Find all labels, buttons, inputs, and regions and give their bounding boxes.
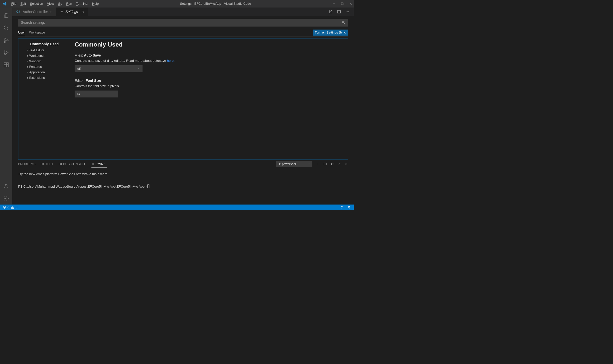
settings-sync-button[interactable]: Turn on Settings Sync bbox=[313, 30, 348, 36]
toc-window[interactable]: ›Window bbox=[27, 59, 73, 64]
panel-tab-output[interactable]: OUTPUT bbox=[41, 161, 54, 168]
menu-terminal[interactable]: Terminal bbox=[76, 2, 88, 6]
svg-point-1 bbox=[4, 26, 7, 29]
toc-features[interactable]: ›Features bbox=[27, 64, 73, 70]
panel-tabs: PROBLEMS OUTPUT DEBUG CONSOLE TERMINAL 1… bbox=[18, 160, 348, 168]
setting-label: Files: Auto Save bbox=[75, 53, 343, 57]
svg-rect-8 bbox=[6, 65, 8, 67]
new-terminal-icon[interactable] bbox=[316, 162, 320, 166]
tab-label: Settings bbox=[66, 10, 78, 14]
error-icon bbox=[3, 206, 6, 209]
toc-workbench[interactable]: ›Workbench bbox=[27, 53, 73, 59]
editor-tabs: C# AuthorController.cs Settings ✕ bbox=[12, 8, 354, 16]
status-problems[interactable]: 0 0 bbox=[3, 205, 18, 209]
chevron-right-icon: › bbox=[27, 54, 28, 58]
svg-point-10 bbox=[5, 184, 7, 186]
terminal-body[interactable]: Try the new cross-platform PowerShell ht… bbox=[18, 168, 348, 190]
split-editor-icon[interactable] bbox=[337, 10, 341, 14]
window-title: Settings - EFCore5InMvcApp - Visual Stud… bbox=[99, 2, 332, 6]
activity-settings-gear[interactable] bbox=[0, 192, 12, 205]
menu-selection[interactable]: Selection bbox=[30, 2, 43, 6]
svg-rect-7 bbox=[4, 65, 6, 67]
tab-settings[interactable]: Settings ✕ bbox=[56, 8, 88, 16]
svg-point-4 bbox=[7, 40, 8, 41]
open-settings-json-icon[interactable] bbox=[329, 10, 333, 14]
scope-user-tab[interactable]: User bbox=[18, 29, 25, 36]
settings-editor: User Workspace Turn on Settings Sync Com… bbox=[12, 16, 354, 160]
close-icon[interactable] bbox=[349, 2, 352, 5]
panel-tab-debug-console[interactable]: DEBUG CONSOLE bbox=[59, 161, 86, 168]
svg-rect-9 bbox=[6, 63, 8, 65]
chevron-down-icon bbox=[308, 163, 310, 165]
svg-point-2 bbox=[4, 38, 5, 39]
font-size-input[interactable] bbox=[75, 91, 118, 98]
panel-tab-problems[interactable]: PROBLEMS bbox=[18, 161, 36, 168]
chevron-right-icon: › bbox=[27, 65, 28, 69]
menu-bar: File Edit Selection View Go Run Terminal… bbox=[11, 2, 99, 6]
activity-bar bbox=[0, 8, 12, 205]
maximize-icon[interactable] bbox=[341, 3, 343, 5]
activity-source-control[interactable] bbox=[0, 34, 12, 46]
chevron-right-icon: › bbox=[27, 76, 28, 80]
svg-point-18 bbox=[342, 206, 343, 207]
chevron-right-icon: › bbox=[27, 49, 28, 52]
bottom-panel: PROBLEMS OUTPUT DEBUG CONSOLE TERMINAL 1… bbox=[12, 160, 354, 205]
svg-point-11 bbox=[6, 198, 7, 199]
settings-tab-icon bbox=[60, 10, 63, 14]
chevron-up-icon[interactable] bbox=[338, 162, 341, 166]
svg-point-3 bbox=[4, 41, 5, 43]
select-value: off bbox=[77, 67, 81, 71]
auto-save-select[interactable]: off bbox=[75, 65, 142, 72]
setting-description: Controls auto save of dirty editors. Rea… bbox=[75, 59, 343, 63]
scope-workspace-tab[interactable]: Workspace bbox=[29, 29, 45, 36]
settings-search-row bbox=[18, 19, 348, 27]
tab-label: AuthorController.cs bbox=[23, 10, 52, 14]
filter-icon[interactable] bbox=[341, 21, 345, 25]
warning-icon bbox=[11, 206, 14, 209]
more-actions-icon[interactable] bbox=[345, 10, 349, 14]
svg-point-15 bbox=[348, 12, 349, 12]
bell-icon[interactable] bbox=[347, 206, 351, 209]
close-panel-icon[interactable] bbox=[345, 162, 348, 166]
title-bar: File Edit Selection View Go Run Terminal… bbox=[0, 0, 354, 8]
tab-author-controller[interactable]: C# AuthorController.cs bbox=[12, 8, 56, 16]
svg-point-13 bbox=[346, 12, 347, 12]
svg-point-14 bbox=[347, 12, 348, 12]
close-tab-icon[interactable]: ✕ bbox=[81, 10, 84, 14]
cursor bbox=[147, 185, 149, 188]
activity-run-debug[interactable] bbox=[0, 46, 12, 59]
menu-go[interactable]: Go bbox=[58, 2, 62, 6]
menu-view[interactable]: View bbox=[47, 2, 54, 6]
feedback-icon[interactable] bbox=[340, 206, 344, 209]
menu-run[interactable]: Run bbox=[66, 2, 72, 6]
svg-rect-0 bbox=[341, 3, 343, 5]
toc-heading[interactable]: Commonly Used bbox=[30, 42, 73, 46]
panel-tab-terminal[interactable]: TERMINAL bbox=[91, 160, 107, 167]
toc-extensions[interactable]: ›Extensions bbox=[27, 75, 73, 81]
svg-rect-6 bbox=[4, 63, 6, 65]
menu-file[interactable]: File bbox=[11, 2, 16, 6]
chevron-right-icon: › bbox=[27, 60, 28, 63]
split-terminal-icon[interactable] bbox=[323, 162, 327, 166]
setting-label: Editor: Font Size bbox=[75, 79, 343, 83]
activity-explorer[interactable] bbox=[0, 10, 12, 22]
setting-font-size: Editor: Font Size Controls the font size… bbox=[75, 79, 343, 98]
menu-help[interactable]: Help bbox=[92, 2, 99, 6]
menu-edit[interactable]: Edit bbox=[21, 2, 26, 6]
terminal-selector[interactable]: 1: powershell bbox=[276, 161, 312, 167]
settings-search-input[interactable] bbox=[21, 21, 341, 25]
activity-extensions[interactable] bbox=[0, 59, 12, 71]
vscode-logo-icon bbox=[3, 2, 7, 6]
setting-description: Controls the font size in pixels. bbox=[75, 84, 343, 88]
activity-search[interactable] bbox=[0, 22, 12, 34]
autosave-link[interactable]: here bbox=[167, 59, 174, 63]
toc-application[interactable]: ›Application bbox=[27, 70, 73, 75]
kill-terminal-icon[interactable] bbox=[331, 162, 334, 166]
toc-text-editor[interactable]: ›Text Editor bbox=[27, 48, 73, 53]
settings-scope-row: User Workspace Turn on Settings Sync bbox=[18, 29, 348, 37]
minimize-icon[interactable] bbox=[332, 2, 335, 5]
chevron-right-icon: › bbox=[27, 71, 28, 74]
activity-accounts[interactable] bbox=[0, 180, 12, 192]
chevron-down-icon bbox=[137, 67, 140, 71]
settings-section-heading: Commonly Used bbox=[75, 41, 343, 48]
